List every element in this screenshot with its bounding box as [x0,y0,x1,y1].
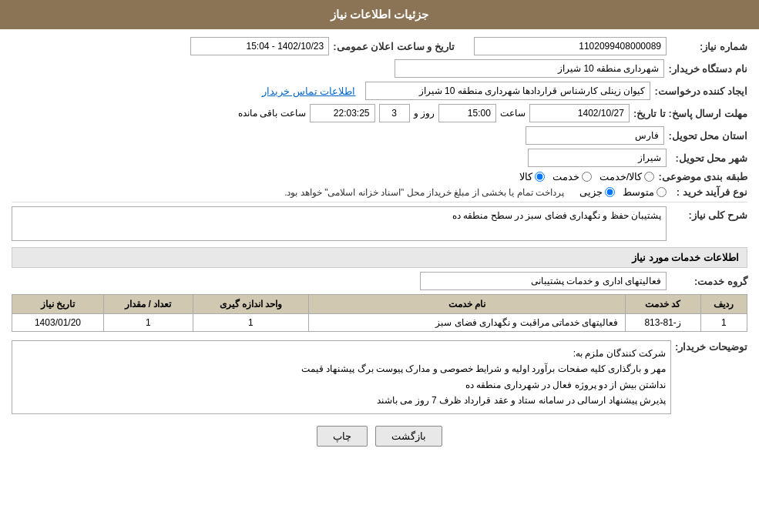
service-group-value: فعالیتهای اداری و خدمات پشتیبانی [420,272,667,290]
deadline-row: مهلت ارسال پاسخ: تا تاریخ: 1402/10/27 سا… [12,104,747,122]
deadline-time: 15:00 [438,104,496,122]
back-button[interactable]: بازگشت [375,426,442,447]
col-code: کد خدمت [625,295,700,314]
need-summary-textarea[interactable] [12,206,667,241]
buyer-desc-label: توضیحات خریدار: [675,338,747,353]
announcement-date-label: تاریخ و ساعت اعلان عمومی: [333,41,455,52]
announcement-date-value: 1402/10/23 - 15:04 [190,37,329,55]
category-option-kala-khedmat[interactable]: کالا/خدمت [599,171,655,182]
page-header: جزئیات اطلاعات نیاز [0,0,759,29]
need-summary-row: شرح کلی نیاز: [12,206,747,241]
print-button[interactable]: چاپ [317,426,368,447]
process-type-label: نوع فرآیند خرید : [670,186,747,198]
buyer-org-value: شهرداری منطقه 10 شیراز [395,59,664,78]
city-value: شیراز [528,149,667,167]
col-unit: واحد اندازه گیری [193,295,309,314]
category-radio-kala-khedmat[interactable] [644,172,654,182]
services-table-body: 1 ز-81-813 فعالیتهای خدماتی مراقبت و نگه… [12,314,747,332]
deadline-day-label: روز و [414,108,435,119]
creator-value: کیوان زینلی کارشناس قراردادها شهرداری من… [365,82,650,100]
process-label-motavasset: متوسط [623,186,654,198]
city-label: شهر محل تحویل: [670,152,747,164]
cell-row: 1 [700,314,747,332]
process-label-jozi: جزیی [579,186,603,198]
service-group-label: گروه خدمت: [670,276,747,287]
creator-row: ایجاد کننده درخواست: کیوان زینلی کارشناس… [12,82,747,100]
services-table-header: ردیف کد خدمت نام خدمت واحد اندازه گیری ت… [12,295,747,314]
category-radio-kala[interactable] [535,172,545,182]
buyer-desc-line-0: شرکت کنندگان ملزم به: [17,346,666,361]
province-value: فارس [526,126,664,145]
province-label: استان محل تحویل: [668,130,747,142]
contact-link[interactable]: اطلاعات تماس خریدار [262,85,355,97]
col-name: نام خدمت [309,295,625,314]
category-label-khedmat: خدمت [552,171,579,182]
category-label: طبقه بندی موضوعی: [658,171,747,182]
services-section-title: اطلاعات خدمات مورد نیاز [12,247,747,268]
cell-unit: 1 [193,314,309,332]
col-quantity: تعداد / مقدار [103,295,193,314]
category-option-kala[interactable]: کالا [519,171,545,182]
province-row: استان محل تحویل: فارس [12,126,747,145]
buyer-desc-line-1: مهر و بارگذاری کلیه صفحات برآورد اولیه و… [17,361,666,376]
process-type-row: نوع فرآیند خرید : متوسط جزیی پرداخت تمام… [12,186,747,198]
main-content: شماره نیاز: 1102099408000089 تاریخ و ساع… [0,29,759,462]
page-wrapper: جزئیات اطلاعات نیاز شماره نیاز: 11020994… [0,0,759,532]
services-table-header-row: ردیف کد خدمت نام خدمت واحد اندازه گیری ت… [12,295,747,314]
deadline-label: مهلت ارسال پاسخ: تا تاریخ: [633,108,747,119]
process-radio-group: متوسط جزیی [579,186,667,198]
service-group-row: گروه خدمت: فعالیتهای اداری و خدمات پشتیب… [12,272,747,290]
process-option-jozi[interactable]: جزیی [579,186,615,198]
buyer-desc-box: شرکت کنندگان ملزم به: مهر و بارگذاری کلی… [12,340,671,414]
process-radio-jozi[interactable] [605,187,615,197]
need-number-row: شماره نیاز: 1102099408000089 تاریخ و ساع… [12,37,747,55]
cell-code: ز-81-813 [625,314,700,332]
col-row: ردیف [700,295,747,314]
deadline-time-label: ساعت [500,108,526,119]
deadline-remaining: 22:03:25 [310,104,375,122]
process-radio-motavasset[interactable] [657,187,667,197]
process-option-motavasset[interactable]: متوسط [623,186,667,198]
buyer-org-label: نام دستگاه خریدار: [668,63,747,75]
need-summary-label: شرح کلی نیاز: [670,206,747,221]
category-label-kala: کالا [519,171,532,182]
city-row: شهر محل تحویل: شیراز [12,149,747,167]
category-label-kala-khedmat: کالا/خدمت [599,171,643,182]
category-option-khedmat[interactable]: خدمت [552,171,592,182]
col-date: تاریخ نیاز [12,295,104,314]
cell-date: 1403/01/20 [12,314,104,332]
table-row: 1 ز-81-813 فعالیتهای خدماتی مراقبت و نگه… [12,314,747,332]
services-table: ردیف کد خدمت نام خدمت واحد اندازه گیری ت… [12,294,747,332]
button-row: بازگشت چاپ [12,426,747,447]
deadline-date: 1402/10/27 [529,104,630,122]
separator-1 [12,202,747,202]
buyer-desc-row: توضیحات خریدار: شرکت کنندگان ملزم به: مه… [12,338,747,414]
creator-label: ایجاد کننده درخواست: [654,85,747,97]
deadline-remaining-label: ساعت باقی مانده [238,108,306,119]
category-radio-khedmat[interactable] [582,172,592,182]
need-number-label: شماره نیاز: [670,41,747,52]
cell-name: فعالیتهای خدماتی مراقبت و نگهداری فضای س… [309,314,625,332]
buyer-desc-line-2: نداشتن بیش از دو پروژه فعال در شهرداری م… [17,377,666,393]
process-note: پرداخت تمام یا بخشی از مبلغ خریداز محل "… [284,187,564,198]
buyer-org-row: نام دستگاه خریدار: شهرداری منطقه 10 شیرا… [12,59,747,78]
category-radio-group: کالا/خدمت خدمت کالا [519,171,655,182]
buyer-desc-line-3: پذیرش پیشنهاد ارسالی در سامانه ستاد و عق… [17,393,666,408]
deadline-days: 3 [379,104,410,122]
need-number-value: 1102099408000089 [474,37,667,55]
cell-quantity: 1 [103,314,193,332]
page-title: جزئیات اطلاعات نیاز [331,8,428,21]
category-row: طبقه بندی موضوعی: کالا/خدمت خدمت کالا [12,171,747,182]
